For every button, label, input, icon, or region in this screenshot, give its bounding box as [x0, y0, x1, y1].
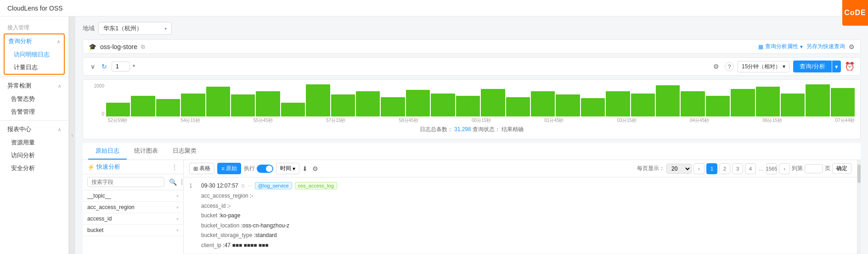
refresh-icon[interactable]: ↻	[100, 62, 109, 71]
tabs-bar: 原始日志统计图表日志聚类	[83, 143, 861, 160]
field-expand-icon[interactable]: ▾	[176, 205, 179, 210]
chevron-up-icon-3: ∧	[58, 127, 61, 132]
chart-bar	[331, 94, 355, 116]
chart-bar	[106, 103, 130, 116]
execute-toggle: 执行	[244, 165, 273, 173]
log-field-value: :-	[225, 203, 231, 209]
tab-item[interactable]: 日志聚类	[165, 143, 204, 160]
fast-analysis-icon: ⚡	[87, 164, 95, 171]
chart-area: 2000 0 52分59秒54分15秒55分45秒57分15秒58分45秒00分…	[83, 79, 861, 139]
log-tag-name[interactable]: oss_access_log	[295, 182, 337, 189]
field-expand-icon[interactable]: ▾	[176, 216, 179, 221]
field-name: __topic__	[87, 193, 111, 199]
fields-panel: ⚡ 快速分析 ⋮ 🔍	[83, 160, 184, 254]
log-entry-header: 1 09-30 12:07:57 ⧉ ··· @log_service oss_…	[189, 182, 851, 189]
time-sort-btn[interactable]: 时间 ▾	[276, 163, 299, 174]
region-select[interactable]: 华东1（杭州） ▾	[98, 22, 172, 35]
page-btn-2[interactable]: 2	[719, 163, 730, 174]
sidebar-group-anomaly: 异常检测 ∧ 告警态势 告警管理	[0, 79, 68, 118]
sidebar-item-access-detail[interactable]: 访问明细日志	[5, 48, 64, 61]
chart-bar	[706, 96, 730, 116]
page-btn-4[interactable]: 4	[745, 163, 756, 174]
copy-icon[interactable]: ⧉	[141, 44, 145, 50]
goto-page-input[interactable]	[805, 164, 823, 173]
page-controls: 每页显示： 20 50 100 ‹ 1 2 3	[637, 163, 851, 174]
query-settings-icon[interactable]: ⚙	[711, 62, 721, 71]
settings-icon[interactable]: ⚙	[849, 43, 855, 50]
field-expand-icon[interactable]: ▾	[176, 228, 179, 233]
top-bar: CloudLens for OSS	[0, 0, 868, 17]
table-view-btn[interactable]: ⊞ 表格	[189, 163, 214, 174]
log-field-value: :-	[248, 193, 254, 199]
sidebar-group-header-report[interactable]: 报表中心 ∧	[0, 122, 68, 136]
fields-scroll-handle[interactable]	[181, 179, 182, 185]
page-next-btn[interactable]: ›	[779, 163, 790, 174]
log-tag-service[interactable]: @log_service	[255, 182, 292, 189]
timer-icon[interactable]: ⏰	[845, 61, 855, 72]
sidebar-group-header-query[interactable]: 查询分析 ∧	[5, 34, 64, 48]
log-field-row: client_ip :47 ■■■ ■■■■ ■■■	[201, 241, 851, 251]
field-name: access_id	[87, 215, 112, 222]
page-btn-3[interactable]: 3	[732, 163, 743, 174]
chart-bars	[106, 83, 855, 116]
chart-bar	[781, 94, 805, 116]
chart-x-label: 04分45秒	[690, 117, 709, 124]
page-prev-btn[interactable]: ‹	[693, 163, 705, 174]
fields-search-input[interactable]	[87, 177, 164, 187]
per-page-select[interactable]: 20 50 100	[666, 164, 692, 174]
chart-bar	[731, 89, 755, 116]
chevron-down-icon-2: ▾	[800, 44, 803, 50]
download-btn[interactable]: ⬇	[302, 165, 308, 172]
raw-view-btn[interactable]: ≡ 原始	[217, 163, 241, 174]
sidebar-group-header-anomaly[interactable]: 异常检测 ∧	[0, 79, 68, 93]
field-name: acc_access_region	[87, 204, 135, 210]
chart-bar	[131, 96, 155, 116]
copy-log-icon[interactable]: ⧉	[241, 183, 245, 189]
sidebar-item-access-analysis[interactable]: 访问分析	[0, 149, 68, 162]
fields-search-btn[interactable]: 🔍	[167, 177, 179, 187]
fields-more-btn[interactable]: ⋮	[170, 163, 179, 171]
chart-bar	[381, 97, 405, 116]
save-query-btn[interactable]: 另存为快速查询	[806, 43, 845, 50]
chart-bar	[406, 90, 430, 116]
fields-header: ⚡ 快速分析 ⋮	[83, 160, 183, 174]
analysis-attr-btn[interactable]: ▦ 查询分析属性 ▾	[758, 43, 803, 50]
log-more-btn[interactable]: ···	[248, 182, 252, 189]
toggle-btn[interactable]	[257, 165, 273, 173]
sidebar-item-resource[interactable]: 资源用量	[0, 136, 68, 149]
chart-total: 31,298	[454, 126, 471, 133]
goto-confirm-btn[interactable]: 确定	[832, 163, 851, 174]
log-store-right: ▦ 查询分析属性 ▾ 另存为快速查询 ⚙	[758, 43, 855, 50]
log-entries: 1 09-30 12:07:57 ⧉ ··· @log_service oss_…	[184, 177, 857, 254]
chart-x-label: 58分45秒	[399, 117, 418, 124]
query-btn[interactable]: 查询/分析	[793, 61, 832, 72]
tab-item[interactable]: 原始日志	[88, 143, 127, 160]
sidebar-item-metric-log[interactable]: 计量日志	[5, 61, 64, 74]
sidebar-collapse-btn[interactable]: ‹	[69, 17, 75, 254]
field-expand-icon[interactable]: ▾	[176, 193, 179, 199]
chart-x-label: 54分15秒	[180, 117, 200, 124]
tab-item[interactable]: 统计图表	[127, 143, 165, 160]
log-field-value: :ko-page	[217, 212, 240, 219]
page-btn-1[interactable]: 1	[706, 163, 717, 174]
query-number-input[interactable]	[112, 61, 130, 72]
scrollbar-thumb	[857, 165, 861, 183]
right-scrollbar[interactable]	[857, 160, 861, 254]
help-icon[interactable]: ?	[725, 62, 734, 71]
log-content: ⚡ 快速分析 ⋮ 🔍	[83, 160, 861, 254]
log-settings-icon[interactable]: ⚙	[310, 164, 320, 173]
sidebar-item-alert-status[interactable]: 告警态势	[0, 93, 68, 105]
sidebar-item-security[interactable]: 安全分析	[0, 162, 68, 175]
query-dropdown-btn[interactable]: ▾	[832, 61, 841, 72]
region-label: 地域	[83, 24, 95, 33]
toggle-circle	[266, 166, 272, 172]
chart-bar	[281, 103, 305, 116]
chart-bar	[481, 89, 505, 116]
query-bar: ∨ ↻ * ⚙ ? 15分钟（相对） ▾ 查询/分析	[83, 57, 861, 76]
time-selector[interactable]: 15分钟（相对） ▾	[738, 61, 789, 72]
collapse-query-icon[interactable]: ∨	[89, 62, 97, 71]
chart-bar	[506, 97, 530, 116]
sidebar-item-alert-manage[interactable]: 告警管理	[0, 105, 68, 118]
chart-bar	[206, 87, 230, 116]
page-btn-last[interactable]: 1565	[766, 163, 777, 174]
